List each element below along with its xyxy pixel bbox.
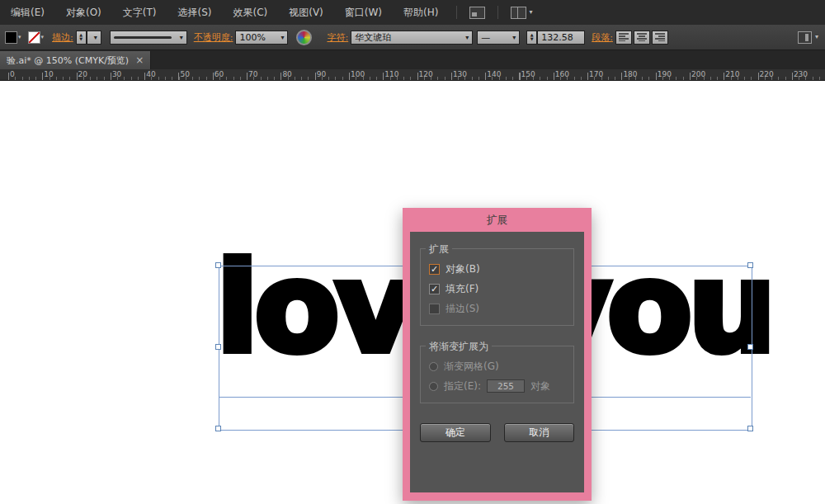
- menu-item[interactable]: 对象(O): [55, 0, 112, 25]
- ruler-tick-label: 140: [487, 70, 501, 78]
- paragraph-label[interactable]: 段落:: [592, 31, 613, 44]
- option-fill-label: 填充(F): [446, 282, 478, 296]
- ok-button[interactable]: 确定: [420, 423, 491, 442]
- stroke-weight-dropdown[interactable]: ▾: [87, 31, 101, 45]
- menu-bar: 编辑(E)对象(O)文字(T)选择(S)效果(C)视图(V)窗口(W)帮助(H)…: [0, 0, 825, 26]
- checkbox-fill[interactable]: ✓: [429, 284, 440, 294]
- fill-color-swatch[interactable]: [5, 31, 17, 44]
- option-fill[interactable]: ✓ 填充(F): [429, 279, 565, 299]
- chevron-down-icon: ▾: [94, 34, 97, 41]
- selection-handle[interactable]: [215, 344, 221, 350]
- opacity-dropdown[interactable]: 100% ▾: [235, 31, 288, 45]
- gradient-expand-group: 将渐变扩展为 渐变网格(G) 指定(E): 对象: [420, 346, 574, 403]
- font-family-dropdown[interactable]: 华文琥珀 ▾: [351, 31, 473, 45]
- check-icon: ✓: [431, 285, 438, 294]
- align-right-button[interactable]: [652, 31, 668, 45]
- menu-items: 编辑(E)对象(O)文字(T)选择(S)效果(C)视图(V)窗口(W)帮助(H): [0, 0, 449, 25]
- expand-options-group: 扩展 ✓ 对象(B) ✓ 填充(F) 描边(S): [420, 248, 574, 326]
- option-object-label: 对象(B): [446, 262, 480, 276]
- selection-handle[interactable]: [215, 262, 221, 268]
- chevron-down-icon[interactable]: ▾: [815, 34, 818, 40]
- stroke-dropdown-icon[interactable]: ▾: [41, 34, 45, 40]
- opacity-value: 100%: [239, 32, 265, 43]
- menu-item[interactable]: 帮助(H): [393, 0, 449, 25]
- close-icon[interactable]: ×: [135, 55, 144, 65]
- specify-objects-input[interactable]: [487, 379, 525, 393]
- radio-specify[interactable]: [429, 382, 438, 391]
- ruler-tick-label: 80: [282, 70, 291, 78]
- align-right-icon: [655, 33, 665, 41]
- option-specify[interactable]: 指定(E): 对象: [429, 376, 565, 396]
- option-stroke[interactable]: 描边(S): [429, 299, 565, 318]
- menu-item[interactable]: 视图(V): [278, 0, 334, 25]
- menu-item[interactable]: 文字(T): [112, 0, 167, 25]
- control-bar: ▾ ▾ 描边: ▲ ▼ ▾ ▾ 不透明度: 100% ▾ 字符: 华文琥珀 ▾ …: [0, 25, 825, 50]
- document-tab-bar: 验.ai* @ 150% (CMYK/预览) ×: [0, 50, 825, 70]
- ruler-tick-label: 210: [725, 70, 739, 78]
- option-specify-label: 指定(E):: [444, 379, 481, 393]
- selection-handle[interactable]: [747, 344, 753, 350]
- ruler-tick-label: 100: [351, 70, 365, 78]
- opacity-label[interactable]: 不透明度:: [194, 31, 233, 44]
- ruler-tick-label: 160: [555, 70, 569, 78]
- ruler-tick-label: 190: [658, 70, 672, 78]
- chevron-down-icon: ▾: [512, 34, 516, 41]
- panel-toggle-icon[interactable]: [798, 31, 812, 44]
- menu-item[interactable]: 选择(S): [167, 0, 222, 25]
- stroke-weight-stepper[interactable]: ▲ ▼: [76, 31, 87, 45]
- selection-handle[interactable]: [747, 426, 753, 431]
- selection-handle[interactable]: [747, 262, 753, 268]
- menubar-separator: [456, 6, 457, 19]
- cancel-button[interactable]: 取消: [504, 423, 575, 442]
- chevron-down-icon: ▾: [465, 34, 469, 41]
- checkbox-stroke[interactable]: [429, 304, 440, 314]
- font-family-value: 华文琥珀: [355, 31, 391, 44]
- stroke-color-swatch[interactable]: [28, 31, 40, 44]
- font-size-field[interactable]: 132.58: [537, 31, 585, 45]
- character-label[interactable]: 字符:: [327, 31, 348, 44]
- go-to-bridge-button[interactable]: [464, 3, 490, 21]
- ruler-tick-label: 90: [317, 70, 326, 78]
- document-tab-title: 验.ai* @ 150% (CMYK/预览): [7, 54, 129, 67]
- align-left-button[interactable]: [615, 31, 632, 45]
- group-label: 扩展: [426, 243, 452, 257]
- align-center-icon: [637, 33, 647, 41]
- chevron-down-icon: ▾: [180, 34, 183, 41]
- ruler-tick-label: 200: [691, 70, 705, 78]
- recolor-artwork-icon[interactable]: [296, 30, 312, 45]
- font-style-dropdown[interactable]: — ▾: [477, 31, 520, 45]
- ruler[interactable]: 0102030405060708090100110120130140150160…: [0, 69, 825, 81]
- fill-dropdown-icon[interactable]: ▾: [18, 34, 21, 40]
- chevron-down-icon: ▾: [529, 9, 532, 16]
- ruler-tick-label: 0: [10, 70, 15, 78]
- ruler-tick-label: 30: [112, 70, 121, 78]
- ruler-tick-label: 10: [44, 70, 53, 78]
- chevron-down-icon: ▾: [280, 34, 284, 41]
- align-center-button[interactable]: [634, 31, 650, 45]
- stroke-weight-label[interactable]: 描边:: [52, 31, 73, 44]
- ruler-tick-label: 110: [384, 70, 398, 78]
- ruler-tick-label: 20: [78, 70, 87, 78]
- font-size-stepper[interactable]: ▲ ▼: [526, 31, 537, 45]
- option-gradient-mesh-label: 渐变网格(G): [444, 360, 499, 374]
- checkbox-object[interactable]: ✓: [429, 264, 440, 275]
- specify-objects-suffix: 对象: [530, 379, 550, 393]
- dialog-title[interactable]: 扩展: [403, 208, 592, 232]
- menubar-separator: [497, 6, 498, 19]
- ruler-tick-label: 150: [521, 70, 535, 78]
- menu-item[interactable]: 编辑(E): [0, 0, 55, 25]
- arrange-documents-button[interactable]: ▾: [506, 3, 537, 21]
- ruler-tick-label: 170: [589, 70, 603, 78]
- font-style-value: —: [481, 32, 490, 43]
- menu-item[interactable]: 效果(C): [222, 0, 278, 25]
- dialog-body: 扩展 ✓ 对象(B) ✓ 填充(F) 描边(S) 将渐变扩展为: [410, 232, 584, 492]
- menu-item[interactable]: 窗口(W): [334, 0, 393, 25]
- width-profile-dropdown[interactable]: ▾: [110, 31, 187, 45]
- document-tab[interactable]: 验.ai* @ 150% (CMYK/预览) ×: [0, 51, 151, 69]
- spinner-down-icon: ▼: [77, 37, 86, 41]
- ruler-tick-label: 70: [248, 70, 257, 78]
- option-gradient-mesh[interactable]: 渐变网格(G): [429, 356, 565, 376]
- option-object[interactable]: ✓ 对象(B): [429, 259, 565, 279]
- radio-gradient-mesh[interactable]: [429, 362, 438, 371]
- selection-handle[interactable]: [215, 426, 221, 431]
